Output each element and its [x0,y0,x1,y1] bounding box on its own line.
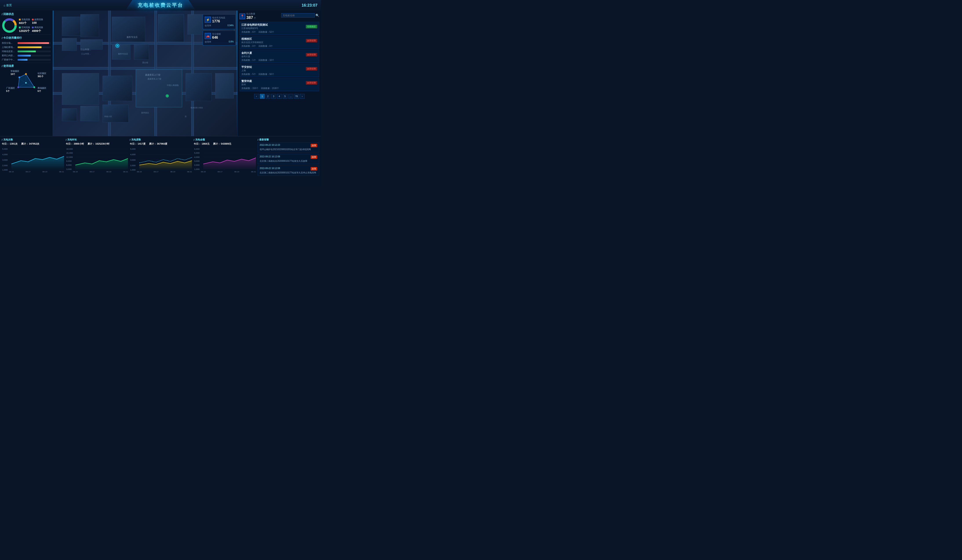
svg-marker-58 [11,156,64,170]
ev-count-panel: ⚡ 电动车充电延 1776 使用率 0.94% [203,14,236,29]
station-name-3: 金利大厦 [241,51,252,55]
scene-label-school: 学校园区 10个 [11,70,19,76]
page-5[interactable]: 5 [283,94,287,99]
page-title: 充电桩收费云平台 [137,2,183,8]
count-chart-svg: 5,000 4,000 3,000 2,000 1,000 08-15 08-1… [2,146,64,173]
station-list[interactable]: 江苏省电网研究院测试 江苏省电网研9号 在线稳定 充电桩数：6个 回路数量：52… [239,22,319,92]
svg-rect-11 [103,76,132,101]
svg-text:中国人寿保险: 中国人寿保险 [167,84,179,86]
svg-text:08-15: 08-15 [201,171,206,173]
scene-mall-count: 6个 [37,90,47,93]
station-charging-5: 充电桩数：153个 [241,87,258,90]
station-card-5[interactable]: 繁荣华庭 苏州 故障报警 充电桩数：153个 回路数量：1530个 [239,78,319,91]
charge-count-total: 累计： 347952次 [21,142,40,145]
nav-home[interactable]: ⌂ 首页 [3,3,12,7]
station-stats-1: 充电桩数：6个 回路数量：52个 [241,31,317,34]
station-loops-4: 回路数量：50个 [258,73,274,76]
news-list: 2022-08-22 16:12:23 故障 花坪山锅炉在20210220001… [258,142,319,177]
news-section: 最新报警 2022-08-22 16:12:23 故障 花坪山锅炉在202102… [258,138,319,185]
news-item-2: 2022-08-22 16:12:08 故障 北京第二保政站在202000010… [258,154,319,164]
left-border-deco [53,11,54,136]
svg-rect-5 [112,44,130,60]
page-4[interactable]: 4 [277,94,282,99]
ranking-item-4: 黄冈口内部... [2,54,51,57]
page-3[interactable]: 3 [271,94,276,99]
svg-text:5,000: 5,000 [130,148,136,150]
station-name-5: 繁荣华庭 [241,79,252,83]
scene-factory-name: 厂区园区 [6,87,15,90]
svg-text:08-15: 08-15 [73,171,78,173]
station-count-value: 387 [247,15,253,20]
header: ⌂ 首页 充电桩收费云平台 16:23:07 [0,0,321,11]
news-text-2: 北京第二保政站在202000010177站发生久压故障 [260,160,317,163]
ranking-bar-bg-5 [18,59,51,61]
page-next[interactable]: › [300,94,305,99]
fault-dot [32,19,34,21]
today-value-4: 1868元 [202,142,209,145]
ev-usage-value: 0.94% [228,24,234,27]
page-prev[interactable]: ‹ [254,94,259,99]
svg-rect-1 [62,38,77,51]
svg-rect-3 [81,39,103,50]
svg-point-32 [167,95,168,97]
page-2[interactable]: 2 [266,94,270,99]
svg-text:景白馆: 景白馆 [142,61,148,64]
ranking-list: 淮安分场... 上海虹桥地... 河南信息安... 黄冈口内部... 广西南宁中… [2,42,51,61]
station-stats-2: 充电桩数：0个 回路数量：0个 [241,45,317,48]
news-time-1: 2022-08-22 16:12:23 [260,144,280,147]
scene-factory-count: 5个 [6,90,15,93]
station-card-1[interactable]: 江苏省电网研究院测试 江苏省电网研9号 在线稳定 充电桩数：6个 回路数量：52… [239,22,319,35]
divider-1 [2,34,51,35]
svg-text:08-21: 08-21 [251,171,256,173]
today-label-4: 今日： [194,142,201,145]
ranking-label-4: 黄冈口内部... [2,54,17,57]
svg-text:1,000: 1,000 [2,169,8,171]
charging-dot [19,19,21,21]
news-time-3: 2022-08-22 16:12:08 [260,167,280,171]
station-charging-4: 充电桩数：5个 [241,73,256,76]
station-card-header-4: 平安饮站 上海 故障报警 [241,65,317,72]
news-badge-2: 故障 [311,155,317,159]
scene-community-name: 社区园区 [37,72,47,75]
ranking-label-2: 上海虹桥地... [2,46,17,49]
charge-kwh-stats: 今日： 1417度 累计： 367960度 [130,142,192,145]
svg-text:08-19: 08-19 [234,171,239,173]
svg-text:12,000: 12,000 [66,156,73,158]
news-text-1: 花坪山锅炉在202102200010201站左车门蓝卓犯回闸 [260,148,317,151]
station-card-2[interactable]: 梧桐校区 南京信息大学梧桐校区 故障报警 充电桩数：0个 回路数量：0个 [239,36,319,49]
idle-label: 空闲回路 [21,26,30,29]
charge-count-title: 充电次数 [2,138,64,141]
ev-count-label: 电动车充电延 [212,16,225,19]
svg-text:08-19: 08-19 [107,171,111,173]
ranking-bar-5 [18,59,27,61]
home-icon: ⌂ [3,4,5,7]
station-card-3[interactable]: 金利大厦 金利大厦 故障报警 充电桩数：1个 回路数量：10个 [239,50,319,63]
station-count-icon: 📍 [239,13,245,19]
svg-text:3,000: 3,000 [130,159,136,161]
svg-text:4,000: 4,000 [194,156,199,158]
search-icon[interactable]: 🔍 [315,14,319,17]
ranking-item-3: 河南信息安... [2,50,51,53]
nav-home-label: 首页 [6,3,12,7]
svg-text:08-15: 08-15 [9,171,14,173]
page-1[interactable]: 1 [260,94,265,99]
station-sub-5: 苏州 [241,83,252,86]
news-item-1: 2022-08-22 16:12:23 故障 花坪山锅炉在20210220001… [258,142,319,153]
station-name-2: 梧桐校区 [241,37,263,41]
ranking-label-1: 淮安分场... [2,42,17,45]
news-header-2: 2022-08-22 16:12:08 故障 [260,155,317,159]
today-value-2: 3988小时 [74,142,84,145]
money-chart-svg: 6,000 5,000 4,000 3,000 2,000 1,000 08-1… [194,146,256,173]
page-78[interactable]: 78 [294,94,299,99]
donut-area: 充电回路 603个 故障回路 100 空闲回路 12025个 [2,18,51,33]
bottom-panel: 充电次数 今日： 1391次 累计： 347952次 5,000 [0,136,321,187]
ranking-bar-1 [18,42,49,44]
charge-count-today: 今日： 1391次 [2,142,18,145]
svg-text:2,000: 2,000 [194,164,199,166]
station-card-4[interactable]: 平安饮站 上海 故障报警 充电桩数：5个 回路数量：50个 [239,64,319,77]
station-stats-3: 充电桩数：1个 回路数量：10个 [241,59,317,62]
search-input[interactable] [281,13,315,18]
idle-count: 12025个 [19,29,30,33]
charge-time-section: 充电时长 今日： 3988小时 累计： 1625230小时 18,000 [66,138,128,185]
donut-chart [2,18,17,33]
